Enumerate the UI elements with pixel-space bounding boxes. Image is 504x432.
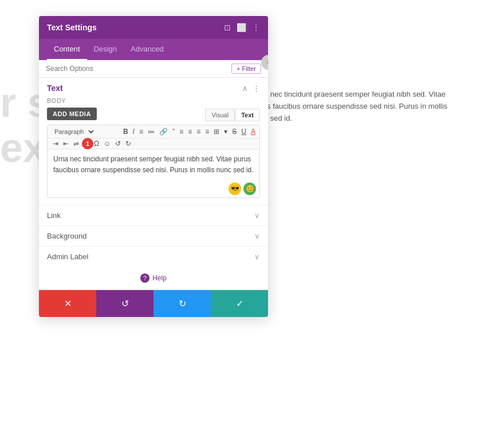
bold-button[interactable]: B — [121, 128, 130, 136]
unordered-list-button[interactable]: ≡ — [137, 128, 145, 136]
redo-editor-button[interactable]: ↻ — [124, 140, 133, 148]
link-button[interactable]: 🔗 — [158, 128, 170, 136]
editor-container: Paragraph B I ≡ ≔ 🔗 " ≡ ≡ ≡ ≡ ⊞ ▾ S U — [47, 125, 260, 198]
table-button[interactable]: ⊞ — [212, 128, 221, 136]
omega-button[interactable]: Ω — [92, 140, 101, 148]
admin-label-accordion[interactable]: Admin Label ∨ — [39, 246, 268, 267]
editor-mode-toggle: Visual Text — [205, 109, 260, 121]
search-bar: + Filter — [39, 60, 268, 78]
link-arrow-icon: ∨ — [254, 211, 260, 220]
notification-badge: 1 — [82, 138, 93, 149]
avatar-2: 😊 — [243, 183, 256, 195]
font-color-button[interactable]: A — [249, 128, 257, 136]
undo-button[interactable]: ↺ — [96, 290, 153, 317]
fullscreen-icon[interactable]: ⊡ — [224, 23, 231, 32]
body-label: Body — [47, 97, 260, 104]
help-label: Help — [152, 274, 167, 282]
editor-toolbar-row2: ⇥ ⇤ ⇌ ✗ Ω ☺ ↺ ↻ — [48, 138, 259, 149]
section-more-icon[interactable]: ⋮ — [253, 84, 260, 93]
outdent-button[interactable]: ⇤ — [61, 140, 70, 148]
page-preview-text: Urna nec tincidunt praesent semper feugi… — [252, 89, 458, 124]
panel-title: Text Settings — [47, 23, 97, 32]
collapse-icon[interactable]: ∧ — [242, 84, 248, 93]
panel-footer: ✕ ↺ ↻ ✓ — [39, 290, 268, 317]
visual-mode-button[interactable]: Visual — [205, 109, 235, 121]
add-media-row: ADD MEDIA Visual Text — [47, 108, 260, 122]
editor-text: Urna nec tincidunt praesent semper feugi… — [53, 155, 254, 174]
add-media-button[interactable]: ADD MEDIA — [47, 108, 97, 120]
align-justify-button[interactable]: ≡ — [203, 128, 211, 136]
link-accordion[interactable]: Link ∨ — [39, 205, 268, 225]
strikethrough-button[interactable]: S — [230, 128, 238, 136]
header-icons: ⊡ ⬜ ⋮ — [224, 23, 260, 32]
text-settings-panel: Text Settings ⊡ ⬜ ⋮ Content Design Advan… — [39, 16, 268, 317]
tab-advanced[interactable]: Advanced — [124, 39, 171, 60]
align-left-button[interactable]: ≡ — [178, 128, 185, 136]
ordered-list-button[interactable]: ≔ — [146, 128, 156, 136]
underline-button[interactable]: U — [239, 128, 248, 136]
editor-footer: 😎 😊 — [48, 180, 259, 197]
section-header-icons: ∧ ⋮ — [242, 84, 260, 93]
background-accordion[interactable]: Background ∨ — [39, 225, 268, 246]
emoji-button[interactable]: ☺ — [102, 140, 112, 148]
more-icon[interactable]: ⋮ — [252, 23, 260, 32]
paragraph-select[interactable]: Paragraph — [50, 126, 96, 137]
blockquote-button[interactable]: " — [171, 128, 176, 136]
admin-arrow-icon: ∨ — [254, 252, 260, 261]
search-input[interactable] — [46, 65, 231, 73]
italic-button[interactable]: I — [131, 128, 136, 136]
align-right-button[interactable]: ≡ — [195, 128, 202, 136]
section-title: Text — [47, 84, 63, 93]
panel-tabs: Content Design Advanced — [39, 39, 268, 60]
undo-editor-button[interactable]: ↺ — [113, 140, 123, 148]
cancel-button[interactable]: ✕ — [39, 290, 96, 317]
admin-label-text: Admin Label — [47, 252, 88, 261]
editor-content-area[interactable]: Urna nec tincidunt praesent semper feugi… — [48, 149, 259, 180]
toolbar-formatting-buttons: B I ≡ ≔ 🔗 " ≡ ≡ ≡ ≡ ⊞ ▾ S U A — [121, 128, 257, 136]
section-header: Text ∧ ⋮ — [47, 84, 260, 93]
redo-button[interactable]: ↻ — [153, 290, 211, 317]
text-section: Text ∧ ⋮ Body ADD MEDIA Visual Text Para… — [39, 78, 268, 205]
editor-toolbar-row1: Paragraph B I ≡ ≔ 🔗 " ≡ ≡ ≡ ≡ ⊞ ▾ S U — [48, 125, 259, 138]
tab-design[interactable]: Design — [87, 39, 124, 60]
more-options-button[interactable]: ▾ — [222, 128, 229, 136]
panel-header: Text Settings ⊡ ⬜ ⋮ — [39, 16, 268, 39]
indent-button[interactable]: ⇥ — [51, 140, 60, 148]
link-label: Link — [47, 211, 61, 220]
tab-content[interactable]: Content — [47, 39, 87, 60]
help-icon: ? — [140, 274, 149, 283]
help-section[interactable]: ? Help — [39, 267, 268, 290]
copy-icon[interactable]: ⬜ — [237, 23, 246, 32]
text-mode-button[interactable]: Text — [235, 109, 260, 121]
background-label: Background — [47, 232, 86, 240]
filter-button[interactable]: + Filter — [231, 64, 261, 74]
align-center-button[interactable]: ≡ — [186, 128, 194, 136]
background-arrow-icon: ∨ — [254, 232, 260, 240]
save-button[interactable]: ✓ — [211, 290, 268, 317]
avatar-1: 😎 — [229, 183, 241, 195]
text-dir-button[interactable]: ⇌ — [72, 140, 81, 148]
